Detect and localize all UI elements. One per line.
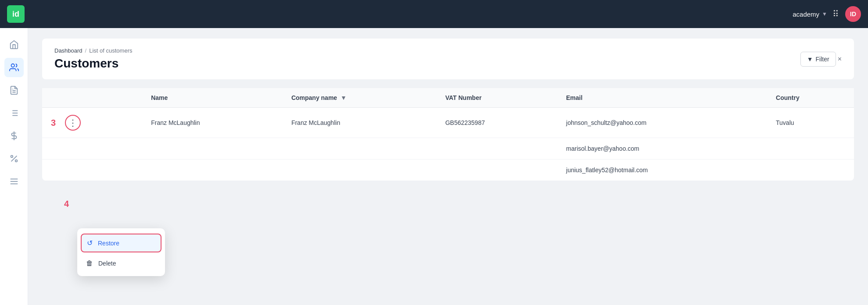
row-country bbox=[767, 160, 854, 181]
sidebar-item-home[interactable] bbox=[4, 35, 24, 54]
nav-right: academy ▼ ⠿ ID bbox=[793, 6, 861, 22]
sidebar-item-customers[interactable] bbox=[4, 58, 24, 77]
table-row: marisol.bayer@yahoo.com bbox=[42, 138, 854, 160]
table-card: Name Company name ▼ VAT Number Email Cou… bbox=[42, 88, 854, 181]
step-badge-3: 3 bbox=[51, 118, 61, 128]
row-vat bbox=[437, 138, 557, 160]
row-company: Franz McLaughlin bbox=[283, 108, 437, 138]
context-dropdown-menu: ↺ Restore 🗑 Delete bbox=[77, 228, 165, 276]
customers-table: Name Company name ▼ VAT Number Email Cou… bbox=[42, 88, 854, 181]
col-company[interactable]: Company name ▼ bbox=[283, 88, 437, 108]
nav-left: id bbox=[7, 5, 25, 23]
avatar[interactable]: ID bbox=[845, 6, 861, 22]
table-header-row: Name Company name ▼ VAT Number Email Cou… bbox=[42, 88, 854, 108]
col-name-label: Name bbox=[142, 88, 283, 108]
step-badge-4: 4 bbox=[64, 199, 69, 209]
workspace-label: academy bbox=[793, 11, 819, 18]
svg-line-10 bbox=[11, 156, 17, 162]
row-context-menu-button[interactable]: ⋮ bbox=[65, 115, 81, 131]
workspace-selector[interactable]: academy ▼ bbox=[793, 11, 827, 18]
filter-area: ▼ Filter × bbox=[800, 52, 842, 67]
row-name bbox=[142, 138, 283, 160]
sidebar-item-settings[interactable] bbox=[4, 172, 24, 191]
svg-point-11 bbox=[11, 156, 13, 158]
row-vat: GB562235987 bbox=[437, 108, 557, 138]
row-action-cell bbox=[42, 138, 142, 160]
trash-icon: 🗑 bbox=[86, 259, 93, 267]
row-vat bbox=[437, 160, 557, 181]
delete-label: Delete bbox=[98, 260, 116, 267]
row-name: Franz McLaughlin bbox=[142, 108, 283, 138]
page-title: Customers bbox=[54, 57, 133, 71]
row-email: marisol.bayer@yahoo.com bbox=[557, 138, 767, 160]
sidebar-item-finance[interactable] bbox=[4, 126, 24, 145]
sidebar-item-documents[interactable] bbox=[4, 81, 24, 100]
filter-close-button[interactable]: × bbox=[838, 55, 842, 63]
delete-menu-item[interactable]: 🗑 Delete bbox=[77, 254, 165, 273]
header-left: Dashboard / List of customers Customers bbox=[54, 47, 133, 71]
grid-icon[interactable]: ⠿ bbox=[832, 9, 840, 19]
row-company bbox=[283, 138, 437, 160]
row-email: junius_flatley52@hotmail.com bbox=[557, 160, 767, 181]
restore-label: Restore bbox=[98, 240, 119, 247]
main-layout: Dashboard / List of customers Customers … bbox=[0, 28, 868, 305]
row-country bbox=[767, 138, 854, 160]
sidebar-item-orders[interactable] bbox=[4, 103, 24, 123]
header-card: Dashboard / List of customers Customers … bbox=[42, 39, 854, 79]
three-dots-icon: ⋮ bbox=[68, 118, 78, 127]
sidebar bbox=[0, 28, 28, 305]
sort-arrow-icon: ▼ bbox=[341, 94, 347, 101]
col-vat: VAT Number bbox=[437, 88, 557, 108]
row-action-cell: 3 ⋮ bbox=[42, 108, 142, 138]
table-row: junius_flatley52@hotmail.com bbox=[42, 160, 854, 181]
row-action-cell bbox=[42, 160, 142, 181]
restore-menu-item[interactable]: ↺ Restore bbox=[81, 234, 161, 252]
row-email: johnson_schultz@yahoo.com bbox=[557, 108, 767, 138]
row-country: Tuvalu bbox=[767, 108, 854, 138]
row-company bbox=[283, 160, 437, 181]
breadcrumb: Dashboard / List of customers bbox=[54, 47, 133, 54]
col-name bbox=[42, 88, 142, 108]
filter-button[interactable]: ▼ Filter bbox=[800, 52, 836, 67]
top-nav: id academy ▼ ⠿ ID bbox=[0, 0, 868, 28]
table-row: 3 ⋮ Franz McLaughlin Franz McLaughlin GB… bbox=[42, 108, 854, 138]
breadcrumb-separator: / bbox=[85, 47, 87, 54]
svg-point-12 bbox=[15, 160, 17, 162]
action-cell: 3 ⋮ bbox=[51, 115, 133, 131]
logo: id bbox=[7, 5, 25, 23]
svg-point-0 bbox=[11, 64, 14, 67]
restore-icon: ↺ bbox=[87, 239, 93, 247]
sidebar-item-discounts[interactable] bbox=[4, 149, 24, 168]
col-email: Email bbox=[557, 88, 767, 108]
chevron-down-icon: ▼ bbox=[822, 11, 827, 17]
filter-label: Filter bbox=[816, 56, 829, 63]
filter-icon: ▼ bbox=[807, 56, 813, 63]
row-name bbox=[142, 160, 283, 181]
content: Dashboard / List of customers Customers … bbox=[28, 28, 868, 305]
col-country: Country bbox=[767, 88, 854, 108]
breadcrumb-current: List of customers bbox=[89, 47, 132, 54]
breadcrumb-home[interactable]: Dashboard bbox=[54, 47, 82, 54]
